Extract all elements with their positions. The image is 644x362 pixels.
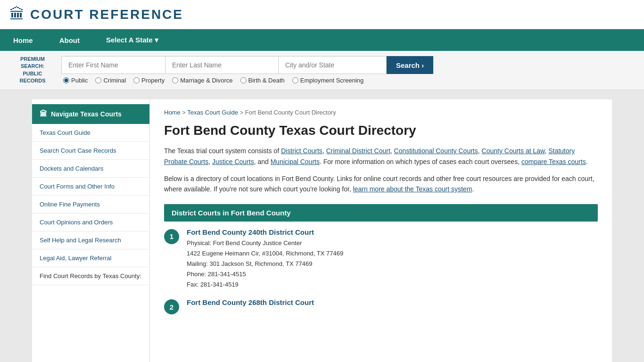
sidebar-item-legal-aid[interactable]: Legal Aid, Lawyer Referral <box>32 249 149 267</box>
sidebar-item-self-help[interactable]: Self Help and Legal Research <box>32 231 149 249</box>
first-name-input[interactable] <box>61 56 165 74</box>
city-state-input[interactable] <box>278 56 387 74</box>
radio-birth[interactable]: Birth & Death <box>240 77 285 84</box>
search-inputs: Search › Public Criminal Property Marria… <box>61 56 635 84</box>
court-name-2[interactable]: Fort Bend County 268th District Court <box>187 298 598 306</box>
court-item-2: 2 Fort Bend County 268th District Court <box>164 298 598 314</box>
link-municipal-courts[interactable]: Municipal Courts <box>271 158 320 165</box>
search-fields: Search › <box>61 56 635 74</box>
link-criminal-district[interactable]: Criminal District Court <box>326 147 390 155</box>
sidebar-find-records-label: Find Court Records by Texas County: <box>32 267 149 285</box>
nav-home[interactable]: Home <box>0 29 46 51</box>
sidebar-item-search-records[interactable]: Search Court Case Records <box>32 142 149 160</box>
sidebar-item-texas-court-guide[interactable]: Texas Court Guide <box>32 124 149 142</box>
nav-select-state[interactable]: Select A State ▾ <box>93 29 172 51</box>
court-details-2: Fort Bend County 268th District Court <box>187 298 598 308</box>
intro-paragraph-1: The Texas trial court system consists of… <box>164 146 598 167</box>
court-details-1: Fort Bend County 240th District Court Ph… <box>187 228 598 290</box>
main-content: Home > Texas Court Guide > Fort Bend Cou… <box>150 99 612 362</box>
intro-paragraph-2: Below is a directory of court locations … <box>164 173 598 195</box>
search-bar: PREMIUM SEARCH: PUBLIC RECORDS Search › … <box>0 51 644 90</box>
radio-employment[interactable]: Employment Screening <box>292 77 363 84</box>
breadcrumb-current: Fort Bend County Court Directory <box>245 109 336 116</box>
logo-text: COURT REFERENCE <box>30 7 183 22</box>
sidebar-active-label: Navigate Texas Courts <box>51 110 122 118</box>
breadcrumb-texas-guide[interactable]: Texas Court Guide <box>187 109 238 116</box>
breadcrumb: Home > Texas Court Guide > Fort Bend Cou… <box>164 109 598 116</box>
link-county-courts-law[interactable]: County Courts at Law <box>482 147 545 155</box>
navbar: Home About Select A State ▾ <box>0 29 644 51</box>
logo-icon: 🏛 <box>9 6 25 23</box>
radio-marriage[interactable]: Marriage & Divorce <box>172 77 232 84</box>
radio-row: Public Criminal Property Marriage & Divo… <box>61 77 635 84</box>
court-number-1: 1 <box>164 229 179 244</box>
sidebar-item-opinions[interactable]: Court Opinions and Orders <box>32 214 149 231</box>
last-name-input[interactable] <box>165 56 278 74</box>
main-layout: 🏛 Navigate Texas Courts Texas Court Guid… <box>32 99 612 362</box>
sidebar-active-item[interactable]: 🏛 Navigate Texas Courts <box>32 104 149 124</box>
search-label: PREMIUM SEARCH: PUBLIC RECORDS <box>9 56 61 85</box>
breadcrumb-home[interactable]: Home <box>164 109 181 116</box>
link-justice-courts[interactable]: Justice Courts <box>212 158 254 165</box>
link-constitutional-county[interactable]: Constitutional County Courts <box>394 147 478 155</box>
sidebar-navigate-icon: 🏛 <box>40 110 47 118</box>
radio-public[interactable]: Public <box>63 77 88 84</box>
section-header-district: District Courts in Fort Bend County <box>164 204 598 222</box>
link-district-courts[interactable]: District Courts <box>281 147 322 155</box>
sidebar-item-forms[interactable]: Court Forms and Other Info <box>32 178 149 196</box>
sidebar-item-fines[interactable]: Online Fine Payments <box>32 196 149 214</box>
court-info-1: Physical: Fort Bend County Justice Cente… <box>187 238 598 290</box>
court-number-2: 2 <box>164 299 179 314</box>
sidebar: 🏛 Navigate Texas Courts Texas Court Guid… <box>32 99 150 362</box>
page-title: Fort Bend County Texas Court Directory <box>164 123 598 139</box>
nav-about[interactable]: About <box>46 29 93 51</box>
content-wrapper: 🏛 Navigate Texas Courts Texas Court Guid… <box>32 99 612 362</box>
link-learn-more[interactable]: learn more about the Texas court system <box>353 185 472 193</box>
radio-criminal[interactable]: Criminal <box>95 77 126 84</box>
court-item-1: 1 Fort Bend County 240th District Court … <box>164 228 598 290</box>
site-header: 🏛 COURT REFERENCE <box>0 0 644 29</box>
sidebar-item-dockets[interactable]: Dockets and Calendars <box>32 160 149 178</box>
search-button[interactable]: Search › <box>387 56 433 74</box>
radio-property[interactable]: Property <box>133 77 165 84</box>
link-compare-courts[interactable]: compare Texas courts <box>521 158 586 165</box>
court-name-1[interactable]: Fort Bend County 240th District Court <box>187 228 598 236</box>
